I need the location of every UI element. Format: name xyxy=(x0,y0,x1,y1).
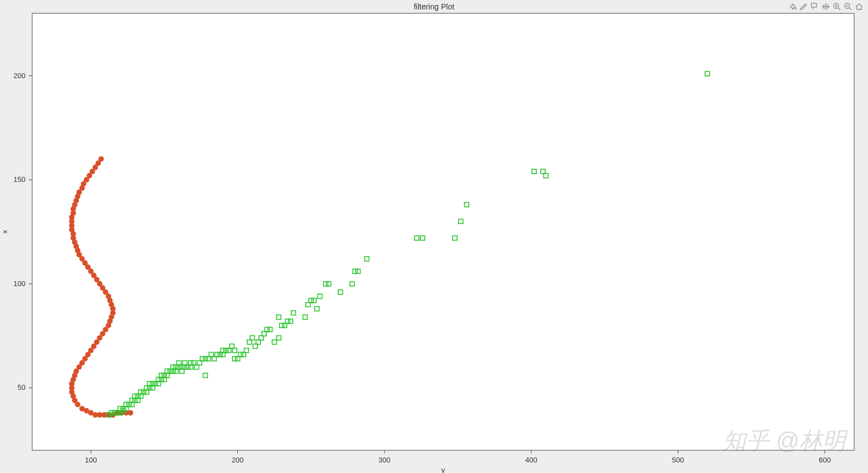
marker-orange xyxy=(87,173,92,177)
marker-orange xyxy=(77,252,81,257)
marker-orange xyxy=(96,161,100,165)
marker-orange xyxy=(85,265,90,269)
x-tick-label: 600 xyxy=(819,456,831,464)
marker-orange xyxy=(73,398,77,403)
marker-orange xyxy=(75,402,80,406)
marker-orange xyxy=(128,410,133,415)
x-tick-label: 500 xyxy=(672,456,684,464)
marker-orange xyxy=(90,169,94,174)
x-tick-label: 100 xyxy=(85,456,97,464)
marker-orange xyxy=(101,413,106,417)
marker-orange xyxy=(106,323,110,328)
x-tick-label: 200 xyxy=(232,456,244,464)
marker-orange xyxy=(99,156,103,161)
plot-area[interactable] xyxy=(32,13,854,450)
marker-orange xyxy=(93,165,98,169)
marker-orange xyxy=(83,357,87,361)
chart-canvas[interactable]: 10020030040050060050100150200yx xyxy=(0,0,868,473)
x-tick-label: 300 xyxy=(378,456,390,464)
marker-orange xyxy=(92,273,96,278)
marker-orange xyxy=(93,413,98,417)
y-tick-label: 100 xyxy=(13,279,26,288)
marker-orange xyxy=(94,277,99,282)
y-tick-label: 50 xyxy=(18,383,26,391)
marker-orange xyxy=(80,257,84,261)
marker-orange xyxy=(103,290,108,294)
marker-orange xyxy=(100,286,105,290)
marker-orange xyxy=(98,335,102,340)
marker-orange xyxy=(92,344,96,348)
marker-orange xyxy=(84,409,89,413)
marker-orange xyxy=(98,282,102,286)
y-tick-label: 200 xyxy=(13,72,26,80)
y-axis-label: x xyxy=(1,230,9,233)
marker-orange xyxy=(103,327,108,332)
marker-orange xyxy=(98,413,102,417)
marker-orange xyxy=(80,360,84,365)
marker-orange xyxy=(89,269,93,273)
x-axis-label: y xyxy=(441,466,445,473)
marker-orange xyxy=(94,340,99,344)
marker-orange xyxy=(84,177,89,182)
x-tick-label: 400 xyxy=(525,456,537,464)
marker-orange xyxy=(77,365,81,369)
marker-orange xyxy=(89,348,93,353)
marker-orange xyxy=(89,410,93,415)
marker-orange xyxy=(85,352,90,357)
marker-orange xyxy=(100,332,105,336)
marker-orange xyxy=(80,186,84,190)
marker-orange xyxy=(80,406,84,411)
y-tick-label: 150 xyxy=(13,175,26,184)
marker-orange xyxy=(83,261,87,265)
